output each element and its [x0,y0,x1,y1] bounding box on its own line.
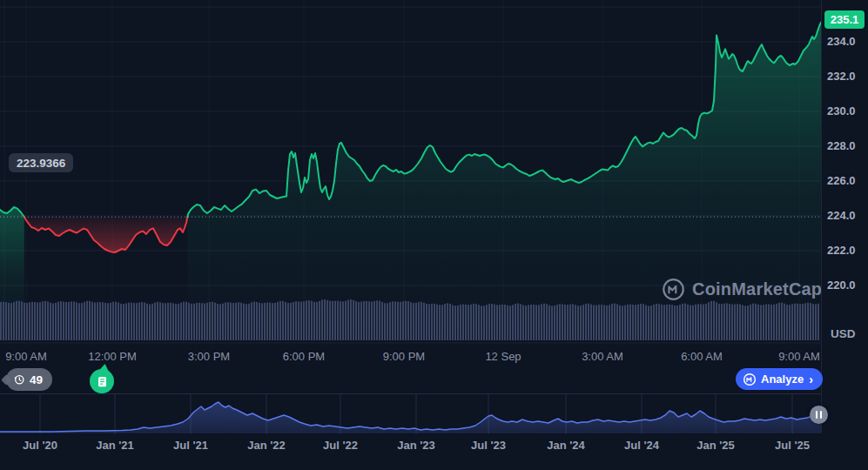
timeline-tick: Jul '24 [610,439,673,452]
last-price-badge: 235.1 [824,10,865,29]
pause-handle-icon [820,411,822,419]
time-axis-tick: 12 Sep [464,350,542,363]
range-navigator[interactable] [0,393,821,434]
price-axis-tick: 230.0 [827,104,867,119]
news-event-marker[interactable] [90,369,114,393]
timeline-axis: Jul '20Jan '21Jul '21Jan '22Jul '22Jan '… [0,439,868,456]
history-badge[interactable]: 49 [6,368,52,391]
history-clock-icon [13,373,25,386]
time-axis: 9:00 AM12:00 PM3:00 PM6:00 PM9:00 PM12 S… [0,350,821,367]
timeline-tick: Jul '20 [9,439,71,452]
price-axis-tick: 232.0 [827,69,867,84]
time-axis-tick: 12:00 PM [73,350,151,363]
time-axis-tick: 6:00 PM [265,350,343,363]
coinmarketcap-logo-icon [743,373,757,386]
time-axis-tick: 3:00 PM [170,350,248,363]
time-axis-tick: 6:00 AM [663,350,741,363]
time-axis-tick: 9:00 AM [0,350,65,363]
timeline-tick: Jul '23 [457,439,520,452]
price-axis-tick: 234.0 [827,34,867,50]
timeline-tick: Jul '22 [309,439,372,452]
price-axis-tick: 220.0 [827,278,867,293]
time-axis-tick: 9:00 AM [760,350,838,363]
timeline-tick: Jul '21 [159,439,222,452]
price-axis-tick: 224.0 [827,208,867,224]
time-axis-tick: 3:00 AM [563,350,642,363]
timeline-tick: Jan '21 [84,439,146,452]
chevron-right-icon: › [809,373,813,386]
price-chart-screen: CoinMarketCap 223.9366 235.1 234.0232.02… [0,0,868,470]
currency-label: USD [831,327,856,340]
timeline-tick: Jan '25 [684,439,747,452]
time-axis-tick: 9:00 PM [365,350,443,363]
watermark-text: CoinMarketCap [692,279,822,299]
price-axis-tick: 228.0 [827,138,867,154]
price-axis[interactable]: 235.1 234.0232.0230.0228.0226.0224.0222.… [821,0,868,433]
timeline-tick: Jan '22 [235,439,298,452]
analyze-button[interactable]: Analyze › [736,368,823,390]
history-count: 49 [30,373,43,386]
document-icon [96,375,109,388]
timeline-tick: Jan '23 [385,439,447,452]
analyze-label: Analyze [761,373,804,386]
navigator-drag-handle[interactable] [810,406,828,424]
timeline-tick: Jan '24 [535,439,597,452]
coinmarketcap-logo-icon [662,278,685,301]
price-axis-tick: 222.0 [827,243,867,258]
coinmarketcap-watermark: CoinMarketCap [662,278,822,301]
timeline-tick: Jul '25 [761,439,824,452]
price-axis-tick: 226.0 [827,173,867,189]
open-price-label: 223.9366 [9,153,73,172]
pause-handle-icon [816,411,818,419]
